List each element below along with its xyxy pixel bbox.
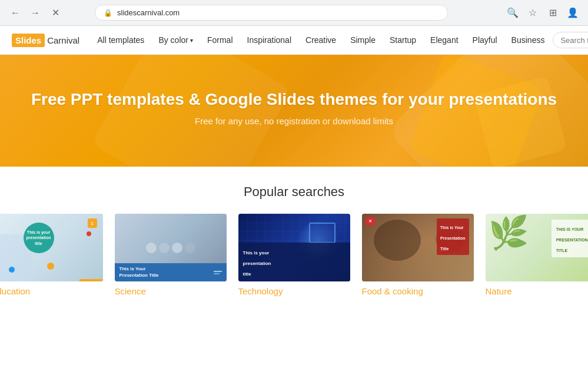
card-label-technology: Technology [238,286,283,296]
card-education[interactable]: This is your presentation title 1 Educat… [0,214,103,297]
card-image-nature: 🌿 THIS IS YOURPRESENTATIONTITLE [486,214,589,281]
browser-nav-buttons: ← → ✕ [7,5,64,21]
nav-playful[interactable]: Playful [467,32,503,48]
nav-startup[interactable]: Startup [384,32,422,48]
account-button[interactable]: 👤 [564,5,581,21]
url-text: slidescarnival.com [117,8,180,17]
card-label-education: Education [0,286,30,296]
card-technology[interactable]: This is yourpresentationtitle Technology [238,214,350,297]
site-header: Slides Carnival All templates By color ▾… [0,26,588,55]
card-image-science: This is YourPresentation Title [115,214,227,281]
search-bar: 🔍 [553,32,588,48]
nav-by-color[interactable]: By color ▾ [152,32,199,48]
bookmark-button[interactable]: ☆ [524,5,541,21]
browser-actions: 🔍 ☆ ⊞ 👤 [504,5,581,21]
hero-subtitle: Free for any use, no registration or dow… [195,116,393,126]
back-button[interactable]: ← [7,5,24,21]
hero-title: Free PPT templates & Google Slides theme… [31,90,557,109]
popular-searches-title: Popular searches [12,184,576,200]
nav-inspirational[interactable]: Inspirational [241,32,298,48]
nav-all-templates[interactable]: All templates [91,32,150,48]
card-image-technology: This is yourpresentationtitle [238,214,350,281]
tab-menu-button[interactable]: ⊞ [544,5,561,21]
card-science[interactable]: This is YourPresentation Title Science [115,214,227,297]
lock-icon: 🔒 [104,9,112,17]
nav-simple[interactable]: Simple [344,32,381,48]
search-button[interactable]: 🔍 [504,5,521,21]
logo[interactable]: Slides Carnival [12,34,79,47]
logo-carnival: Carnival [47,35,79,45]
address-bar[interactable]: 🔒 slidescarnival.com [95,5,448,21]
nav-elegant[interactable]: Elegant [424,32,464,48]
close-button[interactable]: ✕ [47,5,64,21]
card-image-education: This is your presentation title 1 [0,214,103,281]
card-label-nature: Nature [486,286,512,296]
chevron-down-icon: ▾ [190,37,193,44]
card-image-food: ✕ This is YourPresentationTitle [362,214,474,281]
main-nav: All templates By color ▾ Formal Inspirat… [91,32,588,48]
popular-searches-section: Popular searches This is your presentati… [0,167,588,309]
nav-formal[interactable]: Formal [201,32,239,48]
nav-creative[interactable]: Creative [300,32,342,48]
card-label-food: Food & cooking [362,286,423,296]
hero-banner: Free PPT templates & Google Slides theme… [0,55,588,167]
card-food-cooking[interactable]: ✕ This is YourPresentationTitle Food & c… [362,214,474,297]
card-nature[interactable]: 🌿 THIS IS YOURPRESENTATIONTITLE Nature [486,214,589,297]
logo-slides: Slides [12,34,45,47]
card-label-science: Science [115,286,146,296]
nav-business[interactable]: Business [506,32,551,48]
browser-chrome: ← → ✕ 🔒 slidescarnival.com 🔍 ☆ ⊞ 👤 [0,0,588,26]
cards-row: This is your presentation title 1 Educat… [12,214,576,297]
forward-button[interactable]: → [27,5,44,21]
search-input[interactable] [560,36,588,45]
